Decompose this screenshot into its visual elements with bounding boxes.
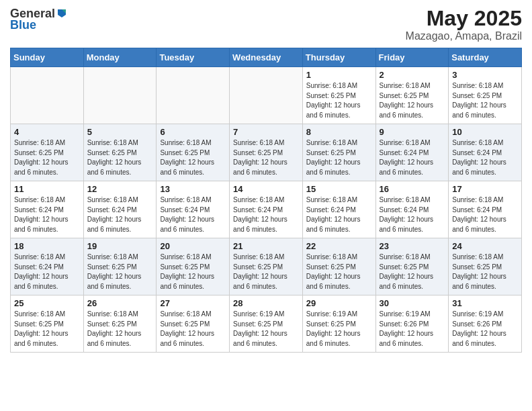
day-number: 23 — [380, 241, 445, 251]
day-number: 30 — [380, 298, 445, 308]
day-cell: 17Sunrise: 6:18 AM Sunset: 6:24 PM Dayli… — [449, 181, 522, 238]
calendar-table: Sunday Monday Tuesday Wednesday Thursday… — [10, 48, 522, 353]
day-cell: 9Sunrise: 6:18 AM Sunset: 6:24 PM Daylig… — [375, 124, 449, 181]
day-cell: 8Sunrise: 6:18 AM Sunset: 6:25 PM Daylig… — [302, 124, 375, 181]
day-info: Sunrise: 6:18 AM Sunset: 6:24 PM Dayligh… — [452, 138, 518, 177]
day-number: 27 — [160, 298, 226, 308]
day-number: 16 — [380, 184, 445, 194]
day-info: Sunrise: 6:18 AM Sunset: 6:25 PM Dayligh… — [14, 138, 80, 177]
day-cell: 5Sunrise: 6:18 AM Sunset: 6:25 PM Daylig… — [83, 124, 157, 181]
day-cell: 30Sunrise: 6:19 AM Sunset: 6:26 PM Dayli… — [375, 295, 449, 353]
title-block: May 2025 Mazagao, Amapa, Brazil — [406, 7, 522, 42]
day-info: Sunrise: 6:18 AM Sunset: 6:25 PM Dayligh… — [160, 253, 226, 291]
day-info: Sunrise: 6:18 AM Sunset: 6:25 PM Dayligh… — [160, 138, 226, 177]
day-number: 15 — [306, 184, 372, 194]
day-cell: 12Sunrise: 6:18 AM Sunset: 6:24 PM Dayli… — [83, 181, 157, 238]
day-info: Sunrise: 6:18 AM Sunset: 6:25 PM Dayligh… — [14, 310, 80, 349]
week-row-4: 18Sunrise: 6:18 AM Sunset: 6:24 PM Dayli… — [11, 238, 522, 295]
day-cell: 21Sunrise: 6:18 AM Sunset: 6:25 PM Dayli… — [230, 238, 303, 295]
day-info: Sunrise: 6:19 AM Sunset: 6:25 PM Dayligh… — [233, 310, 299, 349]
day-number: 11 — [14, 184, 80, 194]
day-info: Sunrise: 6:18 AM Sunset: 6:25 PM Dayligh… — [452, 81, 518, 120]
day-info: Sunrise: 6:18 AM Sunset: 6:24 PM Dayligh… — [380, 138, 445, 177]
week-row-5: 25Sunrise: 6:18 AM Sunset: 6:25 PM Dayli… — [11, 295, 522, 353]
day-info: Sunrise: 6:18 AM Sunset: 6:24 PM Dayligh… — [306, 195, 372, 234]
day-info: Sunrise: 6:18 AM Sunset: 6:25 PM Dayligh… — [452, 253, 518, 291]
day-number: 28 — [233, 298, 299, 308]
day-info: Sunrise: 6:18 AM Sunset: 6:25 PM Dayligh… — [87, 138, 153, 177]
day-number: 4 — [14, 127, 80, 137]
day-number: 20 — [160, 241, 226, 251]
day-cell: 24Sunrise: 6:18 AM Sunset: 6:25 PM Dayli… — [449, 238, 522, 295]
day-info: Sunrise: 6:18 AM Sunset: 6:24 PM Dayligh… — [14, 253, 80, 291]
logo: General Blue — [10, 7, 69, 32]
day-cell: 28Sunrise: 6:19 AM Sunset: 6:25 PM Dayli… — [230, 295, 303, 353]
day-info: Sunrise: 6:19 AM Sunset: 6:26 PM Dayligh… — [380, 310, 445, 349]
calendar-subtitle: Mazagao, Amapa, Brazil — [406, 30, 522, 42]
day-number: 19 — [87, 241, 153, 251]
day-number: 21 — [233, 241, 299, 251]
day-info: Sunrise: 6:18 AM Sunset: 6:25 PM Dayligh… — [87, 253, 153, 291]
week-row-1: 1Sunrise: 6:18 AM Sunset: 6:25 PM Daylig… — [11, 67, 522, 124]
day-cell — [157, 67, 230, 124]
day-number: 7 — [233, 127, 299, 137]
day-cell — [11, 67, 84, 124]
day-info: Sunrise: 6:19 AM Sunset: 6:25 PM Dayligh… — [306, 310, 372, 349]
weekday-row: Sunday Monday Tuesday Wednesday Thursday… — [11, 48, 522, 67]
day-number: 2 — [380, 70, 445, 80]
day-cell: 2Sunrise: 6:18 AM Sunset: 6:25 PM Daylig… — [375, 67, 449, 124]
header-saturday: Saturday — [449, 48, 522, 67]
day-cell: 22Sunrise: 6:18 AM Sunset: 6:25 PM Dayli… — [302, 238, 375, 295]
day-number: 12 — [87, 184, 153, 194]
day-number: 26 — [87, 298, 153, 308]
day-cell: 13Sunrise: 6:18 AM Sunset: 6:24 PM Dayli… — [157, 181, 230, 238]
day-number: 17 — [452, 184, 518, 194]
day-cell — [83, 67, 157, 124]
week-row-2: 4Sunrise: 6:18 AM Sunset: 6:25 PM Daylig… — [11, 124, 522, 181]
day-number: 22 — [306, 241, 372, 251]
day-info: Sunrise: 6:18 AM Sunset: 6:24 PM Dayligh… — [160, 195, 226, 234]
day-info: Sunrise: 6:18 AM Sunset: 6:25 PM Dayligh… — [233, 253, 299, 291]
day-cell: 4Sunrise: 6:18 AM Sunset: 6:25 PM Daylig… — [11, 124, 84, 181]
day-info: Sunrise: 6:18 AM Sunset: 6:24 PM Dayligh… — [87, 195, 153, 234]
day-info: Sunrise: 6:18 AM Sunset: 6:24 PM Dayligh… — [233, 195, 299, 234]
header-wednesday: Wednesday — [230, 48, 303, 67]
calendar-title: May 2025 — [406, 7, 522, 30]
day-cell: 31Sunrise: 6:19 AM Sunset: 6:26 PM Dayli… — [449, 295, 522, 353]
day-info: Sunrise: 6:18 AM Sunset: 6:24 PM Dayligh… — [14, 195, 80, 234]
day-number: 18 — [14, 241, 80, 251]
day-number: 8 — [306, 127, 372, 137]
day-cell: 29Sunrise: 6:19 AM Sunset: 6:25 PM Dayli… — [302, 295, 375, 353]
header: General Blue May 2025 Mazagao, Amapa, Br… — [10, 7, 522, 42]
day-info: Sunrise: 6:18 AM Sunset: 6:25 PM Dayligh… — [380, 81, 445, 120]
day-cell: 1Sunrise: 6:18 AM Sunset: 6:25 PM Daylig… — [302, 67, 375, 124]
day-cell: 6Sunrise: 6:18 AM Sunset: 6:25 PM Daylig… — [157, 124, 230, 181]
day-number: 1 — [306, 70, 372, 80]
day-number: 25 — [14, 298, 80, 308]
page: General Blue May 2025 Mazagao, Amapa, Br… — [0, 0, 532, 363]
header-monday: Monday — [83, 48, 157, 67]
header-thursday: Thursday — [302, 48, 375, 67]
day-number: 13 — [160, 184, 226, 194]
week-row-3: 11Sunrise: 6:18 AM Sunset: 6:24 PM Dayli… — [11, 181, 522, 238]
day-info: Sunrise: 6:18 AM Sunset: 6:24 PM Dayligh… — [452, 195, 518, 234]
day-number: 6 — [160, 127, 226, 137]
calendar-body: 1Sunrise: 6:18 AM Sunset: 6:25 PM Daylig… — [11, 67, 522, 353]
day-cell: 20Sunrise: 6:18 AM Sunset: 6:25 PM Dayli… — [157, 238, 230, 295]
header-friday: Friday — [375, 48, 449, 67]
day-number: 24 — [452, 241, 518, 251]
day-info: Sunrise: 6:18 AM Sunset: 6:25 PM Dayligh… — [306, 253, 372, 291]
header-tuesday: Tuesday — [157, 48, 230, 67]
day-number: 9 — [380, 127, 445, 137]
day-info: Sunrise: 6:18 AM Sunset: 6:25 PM Dayligh… — [306, 138, 372, 177]
logo-flag-icon — [56, 8, 68, 20]
header-sunday: Sunday — [11, 48, 84, 67]
day-number: 29 — [306, 298, 372, 308]
day-info: Sunrise: 6:18 AM Sunset: 6:25 PM Dayligh… — [87, 310, 153, 349]
day-info: Sunrise: 6:18 AM Sunset: 6:24 PM Dayligh… — [380, 195, 445, 234]
day-cell: 23Sunrise: 6:18 AM Sunset: 6:25 PM Dayli… — [375, 238, 449, 295]
day-number: 14 — [233, 184, 299, 194]
day-cell: 7Sunrise: 6:18 AM Sunset: 6:25 PM Daylig… — [230, 124, 303, 181]
day-cell: 26Sunrise: 6:18 AM Sunset: 6:25 PM Dayli… — [83, 295, 157, 353]
day-number: 10 — [452, 127, 518, 137]
